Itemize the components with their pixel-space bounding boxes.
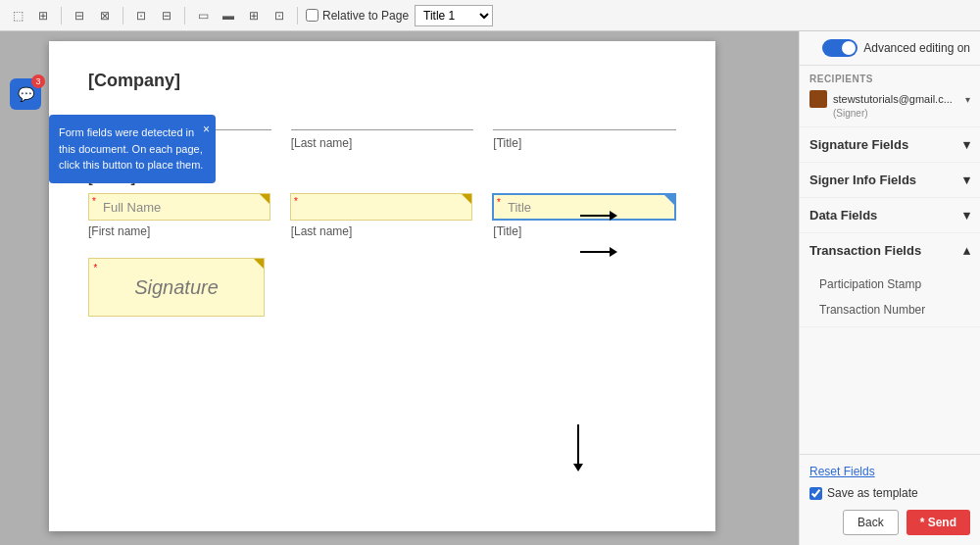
reset-fields-link[interactable]: Reset Fields [809, 465, 970, 478]
signer-info-section: Signer Info Fields ▾ [800, 163, 980, 198]
recipient-avatar [809, 90, 827, 108]
recipients-title: RECIPIENTS [809, 74, 970, 84]
sig-corner [254, 259, 264, 269]
signer-info-chevron: ▾ [963, 173, 970, 187]
toolbar-icon-4[interactable]: ⊠ [95, 6, 115, 25]
bottom-buttons: Back * Send [809, 510, 970, 535]
data-fields-chevron: ▾ [963, 208, 970, 223]
relative-to-page-checkbox[interactable] [306, 9, 318, 22]
transaction-fields-section: Transaction Fields ▴ Participation Stamp… [800, 233, 980, 327]
data-fields-section: Data Fields ▾ [800, 198, 980, 233]
title-required: * [497, 197, 501, 208]
advanced-editing-toggle[interactable] [822, 39, 858, 57]
recipients-section: RECIPIENTS stewstutorials@gmail.c... ▾ (… [800, 66, 980, 127]
title-dropdown[interactable]: Title 1 [415, 5, 493, 26]
full-name-required: * [92, 196, 96, 207]
save-template-row: Save as template [809, 486, 970, 500]
relative-to-page-label: Relative to Page [306, 9, 409, 23]
toolbar-icon-7[interactable]: ▭ [193, 6, 213, 25]
toolbar-separator-2 [122, 7, 123, 25]
last-name-label-client: [Last name] [291, 224, 474, 238]
comment-icon[interactable]: 💬 3 [10, 78, 41, 110]
data-fields-header[interactable]: Data Fields ▾ [800, 198, 980, 232]
save-template-label: Save as template [827, 486, 918, 500]
participation-stamp-item[interactable]: Participation Stamp [800, 272, 980, 297]
right-panel: Advanced editing on RECIPIENTS stewstuto… [799, 31, 980, 545]
title-label-top: [Title] [493, 136, 676, 150]
toolbar-icon-8[interactable]: ▬ [219, 6, 238, 25]
signer-info-label: Signer Info Fields [809, 173, 916, 187]
toolbar-icon-2[interactable]: ⊞ [33, 6, 53, 25]
client-label-row: [First name] [Last name] [Title] [88, 224, 676, 238]
document-area: 💬 3 × Form fields were detected in this … [0, 31, 799, 545]
last-name-corner [462, 194, 471, 204]
signature-fields-arrow [580, 211, 617, 221]
title-label-client: [Title] [493, 224, 676, 238]
advanced-editing-label: Advanced editing on [863, 41, 970, 55]
right-panel-bottom: Reset Fields Save as template Back * Sen… [800, 454, 980, 545]
title-placeholder: Title [500, 200, 531, 215]
first-name-label-client: [First name] [88, 224, 271, 238]
full-name-corner [260, 194, 270, 204]
toolbar-separator-3 [184, 7, 185, 25]
send-button[interactable]: * Send [906, 510, 970, 535]
signature-fields-section: Signature Fields ▾ [800, 127, 980, 163]
title-underline [493, 111, 676, 130]
toolbar-icon-6[interactable]: ⊟ [157, 6, 176, 25]
recipient-row: stewstutorials@gmail.c... ▾ [809, 90, 970, 108]
sig-required: * [93, 263, 97, 273]
advanced-toggle-row: Advanced editing on [800, 31, 980, 66]
signer-info-header[interactable]: Signer Info Fields ▾ [800, 163, 980, 197]
signature-field[interactable]: * Signature [88, 258, 265, 317]
last-name-field-client[interactable]: * [290, 193, 472, 221]
save-template-checkbox[interactable] [809, 487, 822, 500]
toolbar-icon-5[interactable]: ⊡ [131, 6, 151, 25]
tooltip-text: Form fields were detected in this docume… [59, 126, 203, 171]
data-fields-label: Data Fields [809, 208, 877, 223]
signature-fields-label: Signature Fields [809, 137, 908, 152]
toolbar-icon-10[interactable]: ⊡ [270, 6, 289, 25]
tooltip-box: × Form fields were detected in this docu… [49, 115, 216, 183]
title-corner [664, 195, 674, 205]
transaction-fields-content: Participation Stamp Transaction Number [800, 268, 980, 326]
transaction-fields-label: Transaction Fields [809, 243, 921, 258]
signature-fields-chevron: ▾ [963, 137, 970, 152]
company-label: [Company] [88, 71, 676, 91]
tooltip-close-button[interactable]: × [203, 121, 210, 138]
transaction-fields-header[interactable]: Transaction Fields ▴ [800, 233, 980, 268]
full-name-placeholder: Full Name [95, 200, 161, 215]
signer-info-arrow [580, 247, 617, 257]
toolbar-icon-9[interactable]: ⊞ [244, 6, 264, 25]
recipient-email: stewstutorials@gmail.c... [833, 93, 959, 105]
recipient-role: (Signer) [833, 108, 970, 119]
signature-fields-header[interactable]: Signature Fields ▾ [800, 127, 980, 162]
transaction-number-item[interactable]: Transaction Number [800, 297, 980, 322]
scroll-arrow-head [573, 464, 583, 471]
back-button[interactable]: Back [843, 510, 899, 535]
toolbar-separator-1 [61, 7, 62, 25]
recipient-chevron[interactable]: ▾ [965, 94, 970, 105]
scroll-arrow [573, 424, 583, 471]
toolbar-icon-3[interactable]: ⊟ [70, 6, 89, 25]
toolbar-separator-4 [297, 7, 298, 25]
full-name-field[interactable]: * Full Name [88, 193, 270, 221]
toolbar: ⬚ ⊞ ⊟ ⊠ ⊡ ⊟ ▭ ▬ ⊞ ⊡ Relative to Page Tit… [0, 0, 980, 31]
comment-badge: 3 [31, 74, 45, 88]
main-container: 💬 3 × Form fields were detected in this … [0, 31, 980, 545]
signature-label: Signature [134, 276, 219, 299]
last-name-required: * [294, 196, 298, 207]
last-name-underline [291, 111, 474, 130]
toolbar-icon-1[interactable]: ⬚ [8, 6, 27, 25]
transaction-fields-chevron: ▴ [963, 243, 970, 258]
last-name-label-top: [Last name] [291, 136, 474, 150]
